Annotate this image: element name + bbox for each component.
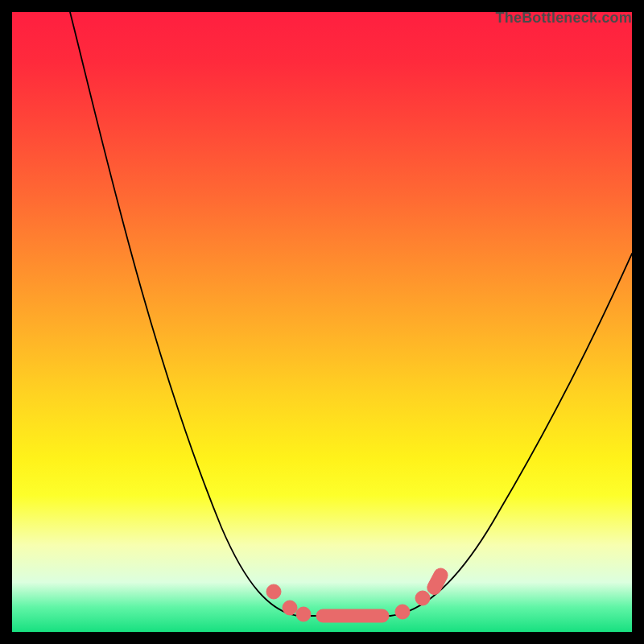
chart-svg [12,12,632,632]
plot-area [12,12,632,632]
chart-frame: TheBottleneck.com [0,0,644,644]
marker-6 [425,566,450,597]
attribution-text: TheBottleneck.com [496,10,632,27]
marker-1 [266,584,281,599]
marker-2 [283,601,297,615]
marker-4 [395,605,410,619]
curve-left [70,12,298,616]
curve-right [390,254,632,616]
marker-3 [296,607,311,621]
valley-bar [316,609,389,622]
marker-5 [415,591,430,605]
